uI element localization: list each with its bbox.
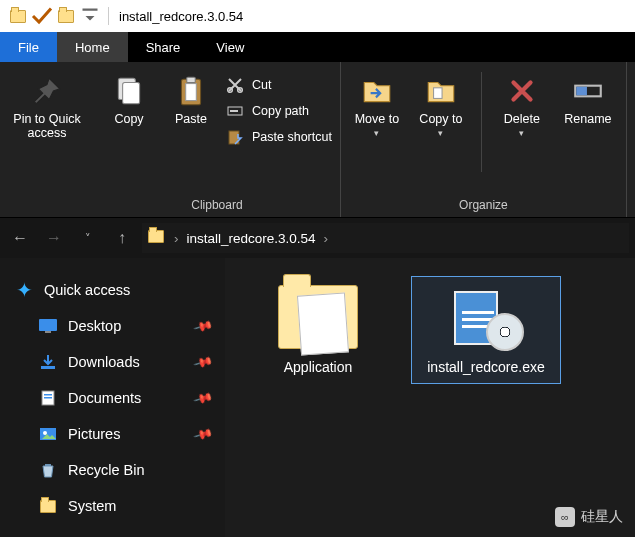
copy-label: Copy [114,112,143,126]
move-to-icon [360,74,394,108]
copy-to-icon [424,74,458,108]
pin-icon: 📌 [192,388,213,409]
group-organize-label: Organize [349,195,618,217]
copy-to-button[interactable]: Copy to ▾ [413,66,469,138]
move-to-button[interactable]: Move to ▾ [349,66,405,138]
rename-button[interactable]: Rename [558,66,618,126]
forward-button[interactable]: → [40,224,68,252]
delete-button[interactable]: Delete ▾ [494,66,550,138]
pin-icon [30,74,64,108]
watermark-label: 硅星人 [581,508,623,526]
sidebar-item-label: Pictures [68,426,120,442]
sidebar-item-label: Desktop [68,318,121,334]
sidebar-item-label: Quick access [44,282,130,298]
svg-rect-18 [44,394,52,396]
folder-icon [54,10,78,23]
breadcrumb-separator: › [174,231,179,246]
svg-point-21 [43,431,47,435]
folder-icon [148,230,166,246]
tab-view[interactable]: View [198,32,262,62]
sidebar-item-documents[interactable]: Documents 📌 [0,380,225,416]
paste-label: Paste [175,112,207,126]
copy-path-icon [226,102,244,120]
svg-rect-13 [576,87,587,96]
sidebar-item-quick-access[interactable]: ✦ Quick access [0,272,225,308]
sidebar-item-system[interactable]: System [0,488,225,524]
file-item-folder[interactable]: Application [243,276,393,384]
ribbon-group-pin: Pin to Quick access [0,62,94,217]
back-button[interactable]: ← [6,224,34,252]
ribbon-group-clipboard: Copy Paste Cut Cop [94,62,341,217]
paste-shortcut-button[interactable]: Paste shortcut [226,128,332,146]
pin-icon: 📌 [192,352,213,373]
watermark: ∞ 硅星人 [555,507,623,527]
paste-button[interactable]: Paste [164,66,218,126]
sidebar-item-downloads[interactable]: Downloads 📌 [0,344,225,380]
breadcrumb-folder[interactable]: install_redcore.3.0.54 [187,231,316,246]
file-list[interactable]: Application install_redcore.exe ∞ 硅星人 [225,258,635,537]
watermark-icon: ∞ [555,507,575,527]
recent-locations-button[interactable]: ˅ [74,224,102,252]
svg-rect-16 [41,366,55,369]
recycle-bin-icon [38,461,58,479]
pin-icon: 📌 [192,424,213,445]
sidebar-item-pictures[interactable]: Pictures 📌 [0,416,225,452]
rename-icon [571,74,605,108]
window-title: install_redcore.3.0.54 [119,9,243,24]
paste-shortcut-label: Paste shortcut [252,130,332,144]
downloads-icon [38,353,58,371]
svg-rect-14 [39,319,57,331]
chevron-down-icon: ▾ [438,128,443,138]
tab-share[interactable]: Share [128,32,199,62]
folder-icon [6,10,30,23]
svg-rect-15 [45,331,51,333]
file-item-exe[interactable]: install_redcore.exe [411,276,561,384]
delete-label: Delete [504,112,540,126]
ribbon: Pin to Quick access Copy Paste [0,62,635,218]
svg-rect-9 [230,110,238,112]
file-item-label: install_redcore.exe [427,359,545,375]
folder-icon [38,497,58,515]
svg-rect-5 [187,77,196,82]
tab-home[interactable]: Home [57,32,128,62]
copy-button[interactable]: Copy [102,66,156,126]
sidebar-item-desktop[interactable]: Desktop 📌 [0,308,225,344]
qat-dropdown-icon[interactable] [78,4,102,28]
svg-rect-22 [45,464,51,466]
pin-icon: 📌 [192,316,213,337]
qat-check-icon[interactable] [30,4,54,28]
group-clipboard-label: Clipboard [102,195,332,217]
tab-file[interactable]: File [0,32,57,62]
paste-icon [174,74,208,108]
navigation-pane: ✦ Quick access Desktop 📌 Downloads 📌 Doc… [0,258,225,537]
copy-icon [112,74,146,108]
cut-label: Cut [252,78,271,92]
rename-label: Rename [564,112,611,126]
move-to-label: Move to [355,112,399,126]
separator [481,72,482,172]
folder-icon [278,285,358,349]
installer-icon [450,285,522,349]
documents-icon [38,389,58,407]
sidebar-item-label: Documents [68,390,141,406]
svg-rect-11 [433,88,442,99]
up-button[interactable]: ↑ [108,224,136,252]
address-bar[interactable]: › install_redcore.3.0.54 › [142,223,629,253]
navigation-row: ← → ˅ ↑ › install_redcore.3.0.54 › [0,218,635,258]
sidebar-item-label: Recycle Bin [68,462,145,478]
sidebar-item-recycle-bin[interactable]: Recycle Bin [0,452,225,488]
copy-path-label: Copy path [252,104,309,118]
sidebar-item-label: Downloads [68,354,140,370]
copy-path-button[interactable]: Copy path [226,102,332,120]
sidebar-item-label: System [68,498,116,514]
pictures-icon [38,425,58,443]
chevron-down-icon: ▾ [519,128,524,138]
file-item-label: Application [284,359,353,375]
svg-rect-2 [123,83,140,104]
desktop-icon [38,317,58,335]
copy-to-label: Copy to [419,112,462,126]
cut-button[interactable]: Cut [226,76,332,94]
quick-access-icon: ✦ [14,281,34,299]
svg-rect-19 [44,397,52,399]
pin-to-quick-access-button[interactable]: Pin to Quick access [8,66,86,140]
